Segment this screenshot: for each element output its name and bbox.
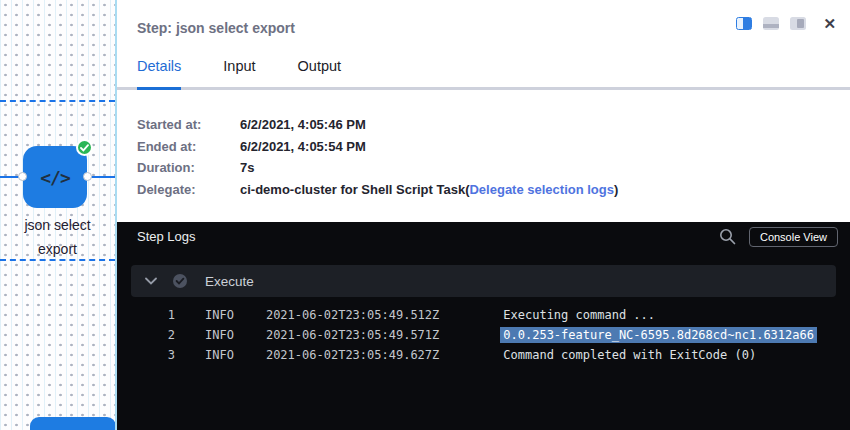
log-row: 3 INFO 2021-06-02T23:05:49.627Z Command … [117, 345, 850, 365]
node-label: json select export [8, 213, 107, 261]
delegate-value-prefix: ci-demo-cluster for Shell Script Task( [240, 182, 469, 197]
app-root: </> json select export Step: json select… [0, 0, 850, 430]
node-port-left [18, 172, 27, 181]
log-timestamp: 2021-06-02T23:05:49.571Z [266, 328, 439, 342]
node-port-right [83, 172, 92, 181]
delegate-selection-logs-link[interactable]: Delegate selection logs [469, 182, 614, 197]
log-line-number: 2 [117, 328, 175, 342]
detail-label: Ended at: [137, 136, 240, 158]
detail-value: ci-demo-cluster for Shell Script Task(De… [240, 179, 618, 201]
success-badge-icon [76, 139, 93, 156]
console-view-button[interactable]: Console View [749, 227, 838, 247]
log-lines: 1 INFO 2021-06-02T23:05:49.512Z Executin… [117, 305, 850, 365]
log-message: Executing command ... [503, 308, 655, 322]
step-details-panel: Step: json select export ✕ Details Input… [117, 0, 850, 430]
chevron-down-icon[interactable] [145, 277, 157, 285]
step-logs-header: Step Logs Console View [117, 222, 850, 251]
log-level: INFO [205, 328, 234, 342]
detail-row-duration: Duration: 7s [137, 157, 830, 179]
delegate-value-suffix: ) [614, 182, 618, 197]
tab-details[interactable]: Details [137, 58, 181, 90]
log-message: Command completed with ExitCode (0) [503, 348, 756, 362]
detail-label: Started at: [137, 114, 240, 136]
log-timestamp: 2021-06-02T23:05:49.512Z [266, 308, 439, 322]
partial-node[interactable] [30, 417, 116, 430]
execute-section-label: Execute [205, 274, 254, 289]
detail-label: Delegate: [137, 179, 240, 201]
log-row: 2 INFO 2021-06-02T23:05:49.571Z 0.0.253-… [117, 325, 850, 345]
details-section: Started at: 6/2/2021, 4:05:46 PM Ended a… [117, 90, 850, 200]
detail-value: 6/2/2021, 4:05:54 PM [240, 136, 366, 158]
log-timestamp: 2021-06-02T23:05:49.627Z [266, 348, 439, 362]
code-icon: </> [40, 167, 70, 188]
log-level: INFO [205, 348, 234, 362]
detail-row-ended-at: Ended at: 6/2/2021, 4:05:54 PM [137, 136, 830, 158]
detail-row-started-at: Started at: 6/2/2021, 4:05:46 PM [137, 114, 830, 136]
tab-output[interactable]: Output [298, 58, 342, 87]
log-line-number: 3 [117, 348, 175, 362]
right-pane-icon[interactable] [790, 17, 806, 30]
section-success-icon [172, 273, 188, 289]
log-level: INFO [205, 308, 234, 322]
detail-label: Duration: [137, 157, 240, 179]
log-row: 1 INFO 2021-06-02T23:05:49.512Z Executin… [117, 305, 850, 325]
close-icon[interactable]: ✕ [823, 17, 836, 30]
split-view-icon[interactable] [736, 17, 752, 30]
tab-bar: Details Input Output [117, 36, 850, 90]
panel-title: Step: json select export [137, 17, 295, 36]
window-controls: ✕ [736, 17, 836, 30]
step-logs-panel: Step Logs Console View Execute 1 INFO [117, 222, 850, 430]
search-icon[interactable] [719, 228, 736, 245]
detail-value: 7s [240, 157, 254, 179]
step-logs-title: Step Logs [137, 229, 719, 244]
execute-section-header[interactable]: Execute [131, 265, 836, 297]
bottom-pane-icon[interactable] [763, 17, 779, 30]
detail-value: 6/2/2021, 4:05:46 PM [240, 114, 366, 136]
tab-input[interactable]: Input [223, 58, 255, 87]
step-node-json-select-export[interactable]: </> [23, 146, 87, 208]
log-line-number: 1 [117, 308, 175, 322]
log-message-selected[interactable]: 0.0.253-feature_NC-6595.8d268cd~nc1.6312… [500, 327, 817, 343]
pipeline-graph-pane: </> json select export [0, 0, 115, 430]
stage-boundary-line-top [0, 100, 115, 102]
detail-row-delegate: Delegate: ci-demo-cluster for Shell Scri… [137, 179, 830, 201]
panel-header: Step: json select export ✕ [117, 0, 850, 36]
